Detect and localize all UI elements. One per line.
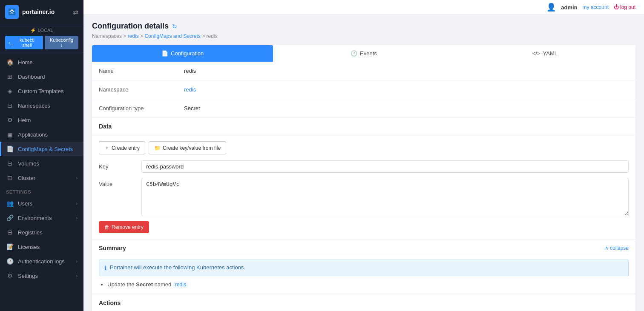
logo-text: portainer.io xyxy=(22,9,55,15)
content-area: Configuration details ↻ Namespaces > red… xyxy=(83,15,644,311)
tab-yaml[interactable]: </> YAML xyxy=(454,45,635,62)
key-label: Key xyxy=(99,160,141,170)
config-type-value: Secret xyxy=(177,99,635,118)
yaml-tab-icon: </> xyxy=(532,50,540,57)
page-title: Configuration details xyxy=(92,22,169,31)
breadcrumb-namespaces[interactable]: Namespaces xyxy=(92,33,122,39)
sidebar-item-volumes[interactable]: ⊟ Volumes xyxy=(0,156,83,171)
kubectl-shell-button[interactable]: ›_ kubectl shell xyxy=(5,36,43,49)
summary-info-text: Portainer will execute the following Kub… xyxy=(110,264,245,271)
data-section-body: ＋ Create entry 📁 Create key/value from f… xyxy=(92,135,635,239)
sidebar-item-settings[interactable]: ⚙ Settings › xyxy=(0,268,83,283)
secret-link: redis xyxy=(173,281,188,288)
value-label: Value xyxy=(99,178,141,187)
breadcrumb-redis-ns[interactable]: redis xyxy=(128,33,139,39)
value-textarea[interactable]: C5b4WmUgVc xyxy=(141,178,629,216)
terminal-icon: ›_ xyxy=(9,40,13,45)
main-content: 👤 admin my account ⏻ log out Configurati… xyxy=(83,0,644,311)
sidebar-item-registries-label: Registries xyxy=(18,229,43,236)
sidebar-item-licenses[interactable]: 📝 Licenses xyxy=(0,240,83,254)
sidebar-item-cluster[interactable]: ⊟ Cluster › xyxy=(0,171,83,185)
sidebar-item-helm-label: Helm xyxy=(18,117,31,123)
settings-section-label: SETTINGS xyxy=(0,185,83,196)
plus-icon: ＋ xyxy=(104,144,109,151)
config-info-table: Name redis Namespace redis Configuration… xyxy=(92,62,635,117)
configmaps-icon: 📄 xyxy=(6,146,14,152)
sidebar-item-environments[interactable]: 🔗 Environments › xyxy=(0,211,83,225)
sidebar-item-users-label: Users xyxy=(18,200,32,207)
namespace-link[interactable]: redis xyxy=(184,86,196,93)
cluster-icon: ⊟ xyxy=(6,174,14,181)
key-field-row: Key xyxy=(99,160,629,173)
namespaces-icon: ⊟ xyxy=(6,102,14,109)
summary-bullet-list: Update the Secret named redis xyxy=(99,280,629,288)
sidebar-item-helm[interactable]: ⚙ Helm xyxy=(0,113,83,127)
licenses-icon: 📝 xyxy=(6,243,14,250)
sidebar-nav: 🏠 Home ⊞ Dashboard ◈ Custom Templates ⊟ … xyxy=(0,53,83,311)
refresh-icon[interactable]: ↻ xyxy=(172,23,177,30)
config-tab-icon: 📄 xyxy=(161,50,168,57)
events-tab-icon: 🕐 xyxy=(351,50,357,57)
tab-events[interactable]: 🕐 Events xyxy=(273,45,454,62)
registries-icon: ⊟ xyxy=(6,229,14,236)
sidebar-item-registries[interactable]: ⊟ Registries xyxy=(0,225,83,240)
sidebar-item-dashboard[interactable]: ⊞ Dashboard xyxy=(0,69,83,84)
remove-entry-button[interactable]: 🗑 Remove entry xyxy=(99,221,149,233)
my-account-link[interactable]: my account xyxy=(583,4,609,10)
user-avatar-icon: 👤 xyxy=(546,3,556,12)
list-item: Update the Secret named redis xyxy=(107,280,629,288)
logout-link[interactable]: ⏻ log out xyxy=(614,4,635,10)
main-card: 📄 Configuration 🕐 Events </> YAML Name r… xyxy=(92,45,635,311)
env-label: ⚡ LOCAL xyxy=(5,28,78,33)
create-from-file-button[interactable]: 📁 Create key/value from file xyxy=(149,141,226,154)
environments-arrow: › xyxy=(76,216,78,220)
dashboard-icon: ⊞ xyxy=(6,73,14,80)
sidebar-item-licenses-label: Licenses xyxy=(18,244,40,250)
tab-configuration[interactable]: 📄 Configuration xyxy=(92,45,273,62)
cluster-arrow: › xyxy=(76,176,78,180)
auth-logs-icon: 🕐 xyxy=(6,258,14,265)
table-row-name: Name redis xyxy=(92,62,635,80)
summary-title: Summary xyxy=(99,245,126,251)
sidebar-item-configmaps-label: ConfigMaps & Secrets xyxy=(18,146,73,152)
breadcrumb-redis-current: redis xyxy=(207,33,218,39)
summary-section: Summary ∧ collapse ℹ Portainer will exec… xyxy=(92,240,635,294)
data-btn-group: ＋ Create entry 📁 Create key/value from f… xyxy=(99,141,629,154)
sidebar-item-environments-label: Environments xyxy=(18,215,52,221)
user-section: 👤 admin my account ⏻ log out xyxy=(546,3,635,12)
trash-icon: 🗑 xyxy=(104,224,109,230)
sidebar-item-applications-label: Applications xyxy=(18,131,48,138)
sidebar: portainer.io ⇄ ⚡ LOCAL ›_ kubectl shell … xyxy=(0,0,83,311)
users-icon: 👥 xyxy=(6,200,14,207)
sidebar-item-applications[interactable]: ▦ Applications xyxy=(0,127,83,142)
sidebar-item-configmaps[interactable]: 📄 ConfigMaps & Secrets xyxy=(0,142,83,156)
environments-icon: 🔗 xyxy=(6,214,14,221)
collapse-button[interactable]: ∧ collapse xyxy=(605,245,629,251)
breadcrumb-configmaps[interactable]: ConfigMaps and Secrets xyxy=(144,33,200,39)
table-row-config-type: Configuration type Secret xyxy=(92,99,635,118)
logo-icon xyxy=(5,5,19,19)
page-header: Configuration details ↻ xyxy=(92,22,635,31)
sidebar-item-auth-logs[interactable]: 🕐 Authentication logs › xyxy=(0,254,83,268)
sidebar-item-namespaces-label: Namespaces xyxy=(18,103,50,109)
secret-bold: Secret xyxy=(136,281,153,288)
info-icon: ℹ xyxy=(104,265,106,271)
table-row-namespace: Namespace redis xyxy=(92,80,635,99)
sidebar-item-cluster-label: Cluster xyxy=(18,175,35,181)
sidebar-item-users[interactable]: 👥 Users › xyxy=(0,196,83,211)
actions-section: Actions Update Secret xyxy=(92,294,635,311)
name-value: redis xyxy=(177,62,635,80)
create-entry-button[interactable]: ＋ Create entry xyxy=(99,141,145,154)
username-label: admin xyxy=(561,4,577,11)
sidebar-item-custom-templates[interactable]: ◈ Custom Templates xyxy=(0,84,83,98)
auth-logs-arrow: › xyxy=(76,259,78,264)
settings-icon: ⚙ xyxy=(6,272,14,279)
sidebar-toggle[interactable]: ⇄ xyxy=(73,8,78,16)
sidebar-item-namespaces[interactable]: ⊟ Namespaces xyxy=(0,98,83,113)
sidebar-logo: portainer.io ⇄ xyxy=(0,0,83,24)
kubeconfig-button[interactable]: Kubeconfig ↓ xyxy=(45,36,78,49)
sidebar-item-home[interactable]: 🏠 Home xyxy=(0,55,83,69)
settings-arrow: › xyxy=(76,274,78,278)
key-input[interactable] xyxy=(141,160,629,173)
actions-title: Actions xyxy=(99,300,629,310)
